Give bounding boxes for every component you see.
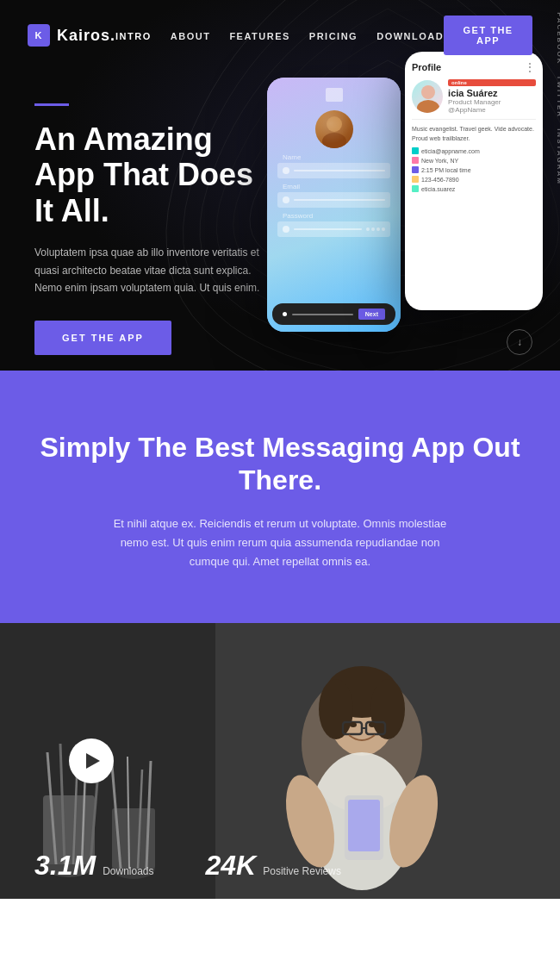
field-password-label: Password bbox=[283, 212, 390, 220]
profile-bio: Music evangelist. Travel geek. Vide advo… bbox=[412, 125, 536, 143]
profile-time: 2:15 PM local time bbox=[412, 166, 536, 173]
svg-point-1 bbox=[322, 133, 346, 148]
phone-right: Profile ⋮ online icia Suárez Product Man… bbox=[405, 52, 543, 310]
stats-bar: 3.1M Downloads 24K Positive Reviews bbox=[34, 850, 341, 882]
svg-point-3 bbox=[417, 100, 439, 113]
stat-reviews-number: 24K bbox=[206, 850, 257, 882]
profile-name: icia Suárez bbox=[448, 88, 536, 98]
phone-next-button: Next bbox=[358, 308, 385, 320]
phone-app-icon bbox=[326, 88, 343, 102]
field-email-label: Email bbox=[283, 183, 390, 190]
stat-downloads-label: Downloads bbox=[103, 865, 153, 877]
svg-point-33 bbox=[369, 722, 376, 727]
profile-subtitle: Product Manager @AppName bbox=[448, 98, 536, 114]
purple-section: Simply The Best Messaging App Out There.… bbox=[0, 371, 560, 623]
stat-downloads-number: 3.1M bbox=[34, 850, 96, 882]
stat-reviews-label: Positive Reviews bbox=[263, 865, 341, 877]
nav-download[interactable]: DOWNLOAD bbox=[376, 31, 444, 41]
profile-phone: 123-456-7890 bbox=[412, 176, 536, 183]
profile-email: eticia@appname.com bbox=[412, 147, 536, 154]
profile-info: online icia Suárez Product Manager @AppN… bbox=[448, 79, 536, 114]
navbar: K Kairos. INTRO ABOUT FEATURES PRICING D… bbox=[0, 0, 560, 71]
hero-description: Voluptatem ipsa quae ab illo inventore v… bbox=[34, 244, 276, 296]
svg-point-0 bbox=[327, 116, 342, 132]
nav-about[interactable]: ABOUT bbox=[171, 31, 211, 41]
nav-links: INTRO ABOUT FEATURES PRICING DOWNLOAD bbox=[115, 28, 444, 43]
hero-title: An Amazing App That Does It All. bbox=[34, 122, 276, 228]
svg-point-22 bbox=[319, 679, 353, 739]
purple-title: Simply The Best Messaging App Out There. bbox=[34, 431, 526, 497]
profile-username: eticia.suarez bbox=[412, 185, 536, 192]
social-instagram[interactable]: INSTAGRAM bbox=[557, 128, 561, 185]
phone-left: Name Email Password bbox=[267, 78, 401, 332]
logo-text: Kairos. bbox=[57, 27, 115, 45]
profile-avatar-row: online icia Suárez Product Manager @AppN… bbox=[412, 79, 536, 114]
nav-pricing[interactable]: PRICING bbox=[309, 31, 358, 41]
hero-accent-line bbox=[34, 103, 69, 106]
profile-badge: online bbox=[448, 79, 536, 86]
phone-mockups: Name Email Password bbox=[267, 52, 543, 371]
video-section: 3.1M Downloads 24K Positive Reviews bbox=[0, 623, 560, 899]
svg-point-23 bbox=[370, 679, 405, 739]
hero-cta-button[interactable]: GET THE APP bbox=[34, 321, 171, 355]
svg-rect-29 bbox=[348, 800, 380, 851]
nav-features[interactable]: FEATURES bbox=[229, 31, 289, 41]
scroll-down-button[interactable]: ↓ bbox=[507, 329, 532, 355]
hero-content: An Amazing App That Does It All. Volupta… bbox=[34, 103, 276, 355]
play-button[interactable] bbox=[69, 739, 114, 783]
stat-reviews: 24K Positive Reviews bbox=[206, 850, 341, 882]
phone-left-header bbox=[274, 88, 394, 102]
play-icon bbox=[86, 753, 100, 769]
nav-intro[interactable]: INTRO bbox=[115, 31, 152, 41]
svg-point-2 bbox=[421, 85, 435, 99]
phone-avatar bbox=[315, 110, 353, 148]
social-twitter[interactable]: TWITTER bbox=[557, 76, 561, 119]
form-field-password bbox=[277, 221, 390, 237]
svg-point-32 bbox=[350, 722, 357, 727]
logo[interactable]: K Kairos. bbox=[28, 24, 115, 47]
profile-avatar bbox=[412, 80, 443, 113]
form-field-name bbox=[277, 163, 390, 178]
purple-description: Et nihil atque ex. Reiciendis et rerum u… bbox=[108, 514, 452, 571]
profile-divider bbox=[412, 119, 536, 120]
logo-icon: K bbox=[28, 24, 50, 47]
phone-bottom-bar: Next bbox=[272, 303, 395, 325]
form-field-email bbox=[277, 192, 390, 208]
profile-location: New York, NY bbox=[412, 157, 536, 164]
stat-downloads: 3.1M Downloads bbox=[34, 850, 154, 882]
nav-cta-button[interactable]: GET THE APP bbox=[444, 16, 532, 55]
phone-avatar-area bbox=[274, 110, 394, 148]
field-name-label: Name bbox=[283, 153, 390, 161]
